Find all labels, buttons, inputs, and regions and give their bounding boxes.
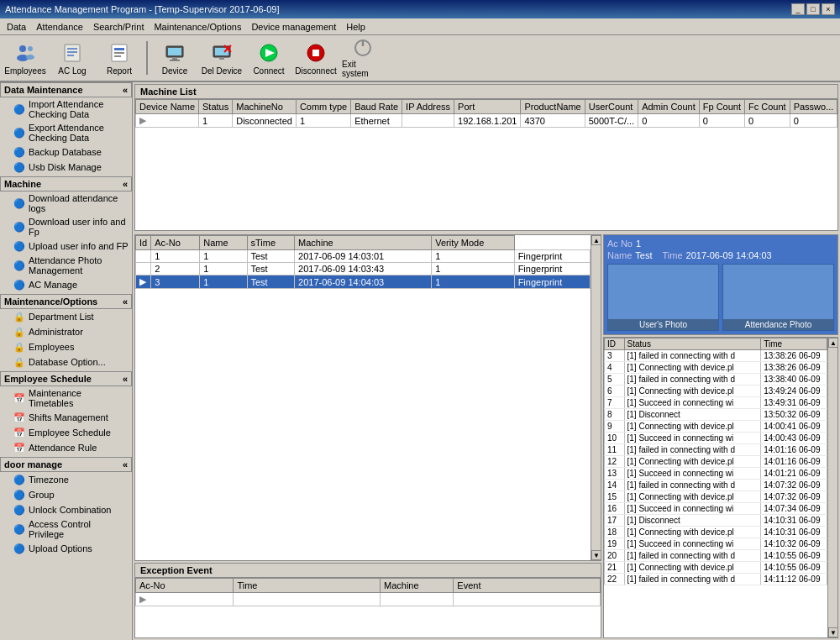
- log-table-row[interactable]: 6[1] Connecting with device.pl13:49:24 0…: [605, 386, 827, 397]
- log-table-row[interactable]: 4[1] Connecting with device.pl13:38:26 0…: [605, 362, 827, 374]
- disconnect-button[interactable]: Disconnect: [294, 38, 338, 78]
- sidebar-item-timetables[interactable]: 📅 Maintenance Timetables: [0, 386, 132, 410]
- menu-maintenance[interactable]: Maintenance/Options: [149, 20, 246, 34]
- log-table-row[interactable]: 15[1] Connecting with device.pl14:07:32 …: [605, 491, 827, 503]
- sidebar-header-schedule[interactable]: Employee Schedule «: [0, 371, 132, 386]
- sidebar-item-ac-manage[interactable]: 🔵 AC Manage: [0, 277, 132, 292]
- sidebar-item-backup[interactable]: 🔵 Backup Database: [0, 144, 132, 160]
- log-table-row[interactable]: 13[1] Succeed in connecting wi14:01:21 0…: [605, 468, 827, 480]
- machine-col-product[interactable]: ProductName: [521, 100, 585, 114]
- sidebar-item-access-control[interactable]: 🔵 Access Control Privilege: [0, 517, 132, 541]
- machine-col-fccount[interactable]: Fc Count: [745, 100, 790, 114]
- machine-col-ip[interactable]: IP Address: [402, 100, 454, 114]
- log-col-id[interactable]: ID: [605, 338, 625, 350]
- log-table-row[interactable]: 16[1] Succeed in connecting wi14:07:34 0…: [605, 503, 827, 515]
- sidebar-header-maintenance[interactable]: Maintenance/Options «: [0, 294, 132, 309]
- sidebar-item-employees[interactable]: 🔒 Employees: [0, 339, 132, 354]
- records-scroll-up[interactable]: ▲: [591, 235, 601, 245]
- exc-col-event[interactable]: Event: [454, 579, 601, 593]
- sidebar-item-admin[interactable]: 🔒 Administrator: [0, 324, 132, 339]
- sidebar-item-emp-schedule[interactable]: 📅 Employee Schedule: [0, 425, 132, 440]
- sidebar-item-import[interactable]: 🔵 Import Attendance Checking Data: [0, 97, 132, 121]
- exc-col-time[interactable]: Time: [234, 579, 381, 593]
- aclog-button[interactable]: AC Log: [50, 38, 94, 78]
- sidebar-item-download-user[interactable]: 🔵 Download user info and Fp: [0, 215, 132, 239]
- records-table-row[interactable]: ▶31Test2017-06-09 14:04:031Fingerprint: [136, 275, 591, 289]
- log-scroll-up[interactable]: ▲: [828, 338, 837, 348]
- log-scroll[interactable]: ID Status Time 3[1] failed in connecting…: [604, 338, 827, 637]
- log-table-row[interactable]: 22[1] failed in connecting with d14:11:1…: [605, 574, 827, 585]
- sidebar-item-timezone[interactable]: 🔵 Timezone: [0, 472, 132, 487]
- connect-button[interactable]: Connect: [247, 38, 291, 78]
- machine-table-container[interactable]: Device Name Status MachineNo Comm type B…: [135, 99, 837, 230]
- log-table-row[interactable]: 8[1] Disconnect13:50:32 06-09: [605, 409, 827, 421]
- machine-col-admincount[interactable]: Admin Count: [638, 100, 700, 114]
- sidebar-header-door[interactable]: door manage «: [0, 457, 132, 472]
- exc-col-acno[interactable]: Ac-No: [136, 579, 234, 593]
- log-table-row[interactable]: 10[1] Succeed in connecting wi14:00:43 0…: [605, 433, 827, 444]
- log-scroll-down[interactable]: ▼: [828, 627, 837, 637]
- records-scroll[interactable]: Id Ac-No Name sTime Machine Verity Mode: [135, 235, 591, 560]
- log-table-row[interactable]: 18[1] Connecting with device.pl14:10:31 …: [605, 527, 827, 538]
- log-table-row[interactable]: 5[1] failed in connecting with d13:38:40…: [605, 374, 827, 386]
- menu-data[interactable]: Data: [2, 20, 31, 34]
- records-table-row[interactable]: 11Test2017-06-09 14:03:011Fingerprint: [136, 250, 591, 263]
- sidebar-item-upload-user[interactable]: 🔵 Upload user info and FP: [0, 239, 132, 254]
- log-table-row[interactable]: 20[1] failed in connecting with d14:10:5…: [605, 550, 827, 562]
- rec-col-stime[interactable]: sTime: [247, 236, 295, 250]
- machine-col-passwo[interactable]: Passwo...: [790, 100, 837, 114]
- machine-col-devicename[interactable]: Device Name: [136, 100, 199, 114]
- records-table-row[interactable]: 21Test2017-06-09 14:03:431Fingerprint: [136, 263, 591, 275]
- title-bar-controls[interactable]: _ □ ×: [791, 3, 835, 15]
- menu-device-management[interactable]: Device management: [246, 20, 341, 34]
- rec-col-acno[interactable]: Ac-No: [151, 236, 200, 250]
- machine-col-usercount[interactable]: UserCount: [585, 100, 638, 114]
- maximize-button[interactable]: □: [806, 3, 820, 15]
- log-table-row[interactable]: 17[1] Disconnect14:10:31 06-09: [605, 515, 827, 527]
- sidebar-item-photo-mgmt[interactable]: 🔵 Attendance Photo Management: [0, 254, 132, 277]
- exception-table-container[interactable]: Ac-No Time Machine Event ▶: [135, 578, 601, 637]
- log-table-row[interactable]: 21[1] Connecting with device.pl14:10:55 …: [605, 562, 827, 574]
- log-table-row[interactable]: 9[1] Connecting with device.pl14:00:41 0…: [605, 421, 827, 433]
- log-col-status[interactable]: Status: [624, 338, 761, 350]
- sidebar-item-upload-options[interactable]: 🔵 Upload Options: [0, 541, 132, 556]
- machine-table-row[interactable]: ▶1Disconnected1Ethernet192.168.1.2014370…: [136, 114, 838, 128]
- menu-attendance[interactable]: Attendance: [31, 20, 88, 34]
- log-table-row[interactable]: 3[1] failed in connecting with d13:38:26…: [605, 350, 827, 362]
- log-table-row[interactable]: 14[1] failed in connecting with d14:07:3…: [605, 480, 827, 491]
- machine-col-commtype[interactable]: Comm type: [296, 100, 350, 114]
- rec-col-name[interactable]: Name: [200, 236, 247, 250]
- log-table-row[interactable]: 12[1] Connecting with device.pl14:01:16 …: [605, 456, 827, 468]
- rec-col-machine[interactable]: Machine: [295, 236, 432, 250]
- machine-col-machineno[interactable]: MachineNo: [233, 100, 297, 114]
- sidebar-header-data-maintenance[interactable]: Data Maintenance «: [0, 82, 132, 97]
- sidebar-item-shifts[interactable]: 📅 Shifts Management: [0, 410, 132, 425]
- log-table-row[interactable]: 19[1] Succeed in connecting wi14:10:32 0…: [605, 538, 827, 550]
- log-col-time[interactable]: Time: [761, 338, 827, 350]
- rec-col-id[interactable]: Id: [136, 236, 151, 250]
- report-button[interactable]: Report: [97, 38, 141, 78]
- rec-col-veritymode[interactable]: Verity Mode: [432, 236, 514, 250]
- device-button[interactable]: Device: [153, 38, 197, 78]
- sidebar-item-db-option[interactable]: 🔒 Database Option...: [0, 354, 132, 370]
- minimize-button[interactable]: _: [791, 3, 805, 15]
- exit-button[interactable]: Exit system: [341, 38, 385, 78]
- menu-search-print[interactable]: Search/Print: [88, 20, 150, 34]
- sidebar-item-usb[interactable]: 🔵 Usb Disk Manage: [0, 160, 132, 175]
- records-scroll-down[interactable]: ▼: [591, 550, 601, 560]
- menu-help[interactable]: Help: [341, 20, 370, 34]
- machine-col-port[interactable]: Port: [454, 100, 521, 114]
- employees-button[interactable]: Employees: [3, 38, 47, 78]
- log-table-row[interactable]: 11[1] failed in connecting with d14:01:1…: [605, 444, 827, 456]
- machine-col-status[interactable]: Status: [199, 100, 233, 114]
- sidebar-header-machine[interactable]: Machine «: [0, 176, 132, 191]
- sidebar-item-dept-list[interactable]: 🔒 Department List: [0, 309, 132, 324]
- machine-col-fpcount[interactable]: Fp Count: [699, 100, 744, 114]
- sidebar-item-att-rule[interactable]: 📅 Attendance Rule: [0, 440, 132, 455]
- log-table-row[interactable]: 7[1] Succeed in connecting wi13:49:31 06…: [605, 397, 827, 409]
- sidebar-item-group[interactable]: 🔵 Group: [0, 487, 132, 502]
- del-device-button[interactable]: Del Device: [200, 38, 244, 78]
- exc-col-machine[interactable]: Machine: [381, 579, 454, 593]
- close-button[interactable]: ×: [822, 3, 835, 15]
- sidebar-item-unlock[interactable]: 🔵 Unlock Combination: [0, 502, 132, 517]
